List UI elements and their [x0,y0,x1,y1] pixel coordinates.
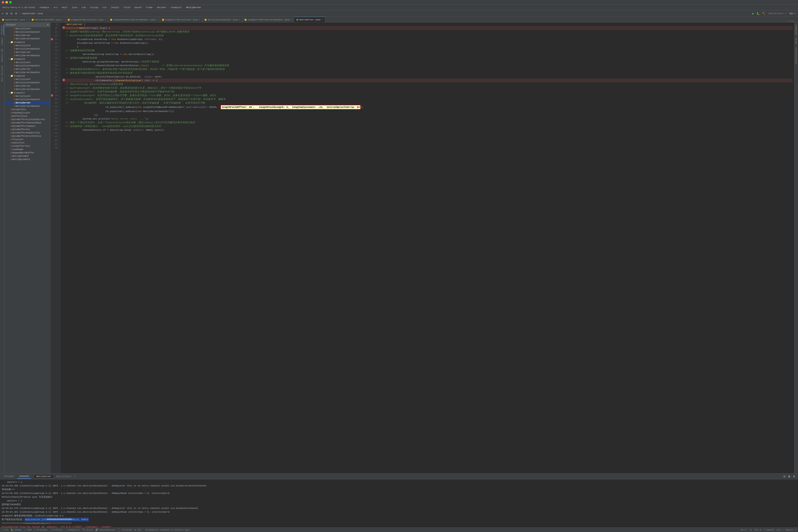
sidebar-item-filelock[interactable]: ▸JFileLock [4,138,50,141]
sidebar-item-nettyserver[interactable]: ▸JNettyServer [4,34,50,37]
sidebar-item-nettyserverhandler[interactable]: ▸JNettyServerHandler [4,104,50,108]
status-profiler-btn[interactable]: ☑ Profiler [50,529,63,531]
sidebar-item-nettybytebuf[interactable]: ▸JNettyByteBuf [4,154,50,158]
sidebar-item-nettyclient[interactable]: ▸JNettyClient [4,95,50,98]
status-dependencies-btn[interactable]: 🔗 Dependencies [95,529,115,531]
sidebar-item-nettyserver[interactable]: ▸JNettyServer [4,68,50,71]
sidebar-item-nettyserverhandler[interactable]: ▸JNettyServerHandler [4,88,50,91]
tab-close[interactable]: × [156,19,157,21]
session-close[interactable]: × [74,475,75,477]
sidebar-item-nettybytebuf2[interactable]: ▸JNettyByteBuf2 [4,158,50,161]
editor-content[interactable]: 9101112131415161718192021222324252627283… [50,22,794,473]
breadcrumb-item[interactable]: example7 [170,6,182,9]
breadcrumb-item[interactable]: based [134,6,142,9]
debug-session-nettyclient[interactable]: NettyClient [54,475,74,478]
sidebar-item-mappedbytebuffer[interactable]: ▸JMappedByteBuffer [4,151,50,154]
tab-example6-client[interactable]: example6/NettyClient.java × [66,17,108,22]
notifications-panel-btn[interactable]: Notifications [795,46,798,65]
commit-panel-tab[interactable]: Commit [1,36,4,46]
tab-example7-serverhandler[interactable]: example7/NettyServerHandler.java × [242,17,294,22]
minimize-button[interactable] [5,1,8,3]
sidebar-item-nettyserverhandler[interactable]: ▸JNettyServerHandler [4,71,50,74]
sidebar-settings-btn[interactable]: ⚙ [47,23,49,26]
line-ending[interactable]: LF [749,529,752,531]
git-btn[interactable]: Git: ✓ [788,12,797,16]
sidebar-item-nettyclienthandler[interactable]: ▸JNettyClientHandler [4,81,50,84]
sidebar-item-example5[interactable]: ▾📁example5 [4,57,50,61]
breadcrumb-item[interactable]: nio [102,6,107,9]
sidebar-item-bytebufferput[interactable]: ▸JByteBufferPut [4,128,50,131]
status-run-btn[interactable]: ▶ Run [135,529,142,531]
rest-panel-tab[interactable]: Rest Services [1,64,4,83]
tab-close[interactable]: × [199,19,200,21]
status-build-btn[interactable]: 🔨 Build [82,529,93,531]
tab-close[interactable]: × [239,19,240,21]
sidebar-item-bytebufferallocatedirect[interactable]: ▸JByteBufferAllocateDirect [4,118,50,121]
sidebar-item-nettyserver[interactable]: ▸JNettyServer [4,101,50,104]
breadcrumb-item[interactable]: field [123,6,131,9]
breadcrumb-item[interactable]: java [71,6,78,9]
sidebar-item-example4[interactable]: ▾📁example4 [4,40,50,44]
tab-agedecoder[interactable]: ageDecoder.java × [0,17,30,22]
breadcrumb-item[interactable]: frame [145,6,153,9]
sidebar-item-nettyclient[interactable]: ▸JNettyClient [4,27,50,31]
sidebar-item-nettyclient[interactable]: ▸JNettyClient [4,78,50,81]
debug-session-nettyserver[interactable]: NettyServer [34,475,54,478]
maven-panel-btn[interactable]: Maven [795,37,798,45]
sidebar-item-nettyclient[interactable]: ▸JNettyClient [4,61,50,64]
tab-close[interactable]: × [321,19,323,21]
sidebar-item-nettyclienthandler[interactable]: ▸JNettyClientHandler [4,31,50,34]
status-endpoints-btn[interactable]: ✦ Endpoints [66,529,80,531]
sidebar-item-nettyserver[interactable]: ▸JNettyServer [4,51,50,54]
toolbar-menu-btn[interactable]: ≡ [1,12,4,16]
toolbar-collapse-btn[interactable]: ⊟ [10,12,14,16]
debug-clear-btn[interactable]: 🗑 [787,474,792,478]
toolbar-settings-btn[interactable]: ⚙ [14,12,18,16]
mybaits-panel-tab[interactable]: Mybatis SQL [1,47,4,63]
tab-close[interactable]: × [291,19,292,21]
tab-close[interactable]: × [105,19,106,21]
indent[interactable]: 4 spaces [764,529,774,531]
sidebar-item-bufferslice[interactable]: ▸JBufferSlice [4,114,50,118]
tab-example7-client[interactable]: example7/NettyClient.java × [160,17,203,22]
breadcrumb-item[interactable]: com [81,6,86,9]
sidebar-item-fakeduplicate[interactable]: ▸JFakeDuplicate [4,111,50,114]
sidebar-item-example6[interactable]: ▾📁example6 [4,74,50,78]
sidebar-item-nettyclienthandler[interactable]: ▸JNettyClientHandler [4,64,50,68]
debug-tab-debugger[interactable]: Debugger [2,474,17,479]
tab-abstractbytebuf[interactable]: AbstractByteBuf.java × [30,17,66,22]
debug-settings-btn[interactable]: ⚙ [792,474,796,478]
cursor-position[interactable]: 40:77 [740,529,747,531]
breadcrumb-item[interactable]: src [53,6,58,9]
sidebar-item-intbuffertest[interactable]: ▸JIntBufferTest [4,145,50,148]
breadcrumb-item[interactable]: length [110,6,120,9]
breadcrumb-item[interactable]: NettyServer [186,6,202,9]
sidebar-item-nettyclienthandler[interactable]: ▸JNettyClientHandler [4,98,50,101]
sidebar-item-bytebufferwritetofile[interactable]: ▸JByteBufferWriteToFile [4,134,50,138]
sidebar-item-bytebufferreaderfile[interactable]: ▸JByteBufferReaderFile [4,131,50,134]
debug-tab-console[interactable]: Console [17,474,31,479]
sidebar-item-nettyserver[interactable]: ▸JNettyServer [4,84,50,88]
sidebar-item-bytebuffercompact[interactable]: ▸JByteBufferCompact [4,125,50,128]
project-panel-tab[interactable]: Project [0,24,4,35]
debug-btn[interactable]: 🐛 [756,12,761,16]
breadcrumb-item[interactable]: main [61,6,68,9]
tab-close[interactable]: × [62,19,63,21]
sidebar-item-accepttest[interactable]: ▸JAcceptTest [4,108,50,111]
sidebar-item-nettyserverhandler[interactable]: ▸JNettyServerHandler [4,54,50,57]
sidebar-item-example7[interactable]: ▾📁example7 [4,91,50,95]
build-btn[interactable]: 🔨 [761,12,766,16]
status-debug-btn[interactable]: 🐛 Debug [11,529,21,531]
close-button[interactable] [2,1,4,3]
debug-scroll-lock-btn[interactable]: ⊟ [782,474,786,478]
breadcrumb-item[interactable]: decoder [156,6,167,9]
tab-nettyserver[interactable]: NettyServer.java × [294,17,325,22]
run-btn[interactable]: ▶ [751,12,755,16]
breadcrumb-item[interactable]: example [39,6,50,9]
status-todo-btn[interactable]: ⚠ TODO [24,529,32,531]
sidebar-item-nettyclient[interactable]: ▸JNettyClient [4,44,50,47]
tab-close[interactable]: × [26,19,27,21]
database-panel-btn[interactable]: Database [795,23,798,36]
tab-clienthandler[interactable]: NettyClientHandler.java × [202,17,242,22]
toolbar-expand-btn[interactable]: ⊞ [5,12,9,16]
